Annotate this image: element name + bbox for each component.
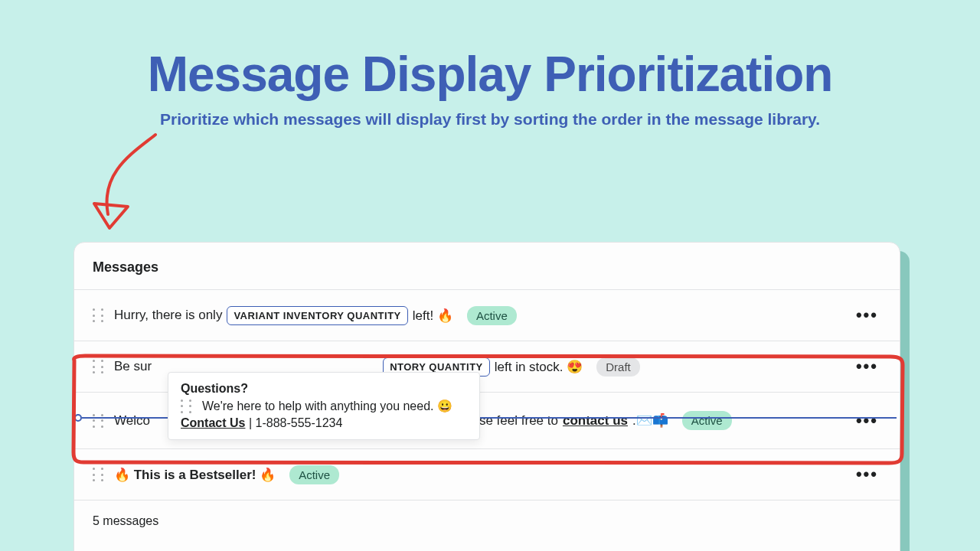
- dragged-message-preview[interactable]: Questions? We're here to help with anyth…: [168, 372, 480, 440]
- contact-us-link[interactable]: contact us: [563, 413, 628, 429]
- message-text: Be sur: [114, 359, 152, 374]
- more-actions-icon[interactable]: •••: [853, 302, 881, 328]
- message-row[interactable]: 🔥 This is a Bestseller! 🔥 Active •••: [74, 449, 900, 500]
- status-badge: Active: [289, 465, 339, 484]
- drag-handle-icon[interactable]: [93, 308, 103, 322]
- page-subtitle: Prioritize which messages will display f…: [0, 110, 980, 129]
- status-badge: Active: [682, 411, 732, 430]
- more-actions-icon[interactable]: •••: [853, 354, 881, 380]
- drop-indicator-dot: [74, 414, 82, 422]
- drag-preview-phone: | 1-888-555-1234: [245, 416, 342, 429]
- card-header: Messages: [74, 243, 900, 290]
- drag-preview-title: Questions?: [181, 382, 467, 396]
- message-text: se feel free to: [479, 413, 558, 429]
- message-text: .✉️📫: [632, 412, 668, 429]
- drag-preview-body: We're here to help with anything you nee…: [202, 399, 452, 413]
- contact-us-link[interactable]: Contact Us: [181, 416, 245, 429]
- message-text: 🔥 This is a Bestseller! 🔥: [114, 467, 276, 483]
- message-text: Welco: [114, 413, 150, 429]
- message-row[interactable]: Hurry, there is only VARIANT INVENTORY Q…: [74, 290, 900, 341]
- variable-token[interactable]: VARIANT INVENTORY QUANTITY: [227, 306, 407, 325]
- more-actions-icon[interactable]: •••: [853, 408, 881, 434]
- drag-handle-icon[interactable]: [93, 414, 103, 428]
- arrow-annotation-icon: [87, 130, 178, 245]
- page-title: Message Display Prioritization: [0, 46, 980, 103]
- drag-handle-icon[interactable]: [93, 360, 103, 373]
- status-badge: Draft: [596, 357, 640, 377]
- status-badge: Active: [467, 306, 517, 325]
- drag-handle-icon[interactable]: [93, 468, 103, 481]
- messages-count: 5 messages: [74, 500, 900, 542]
- more-actions-icon[interactable]: •••: [853, 461, 881, 487]
- message-text: left in stock. 😍: [495, 359, 583, 375]
- message-text: Hurry, there is only: [114, 308, 222, 323]
- drag-handle-icon[interactable]: [181, 399, 191, 413]
- message-text: left! 🔥: [413, 308, 453, 324]
